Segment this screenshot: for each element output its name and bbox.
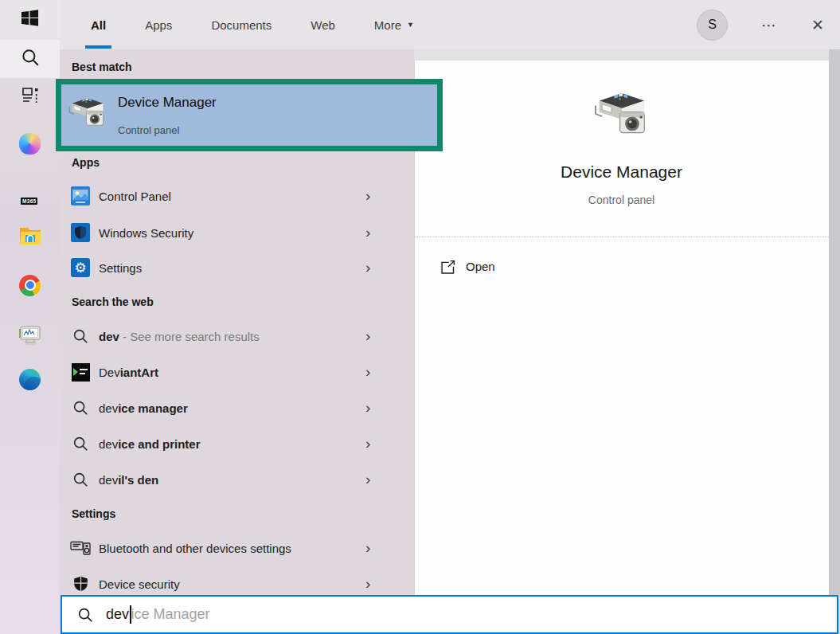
result-bluetooth-settings[interactable]: Bluetooth and other devices settings › bbox=[60, 530, 414, 566]
chevron-right-icon[interactable]: › bbox=[365, 435, 370, 452]
tab-web[interactable]: Web bbox=[305, 0, 341, 49]
search-icon bbox=[70, 397, 91, 418]
m365-badge: M365 bbox=[21, 198, 37, 205]
search-input[interactable]: device Manager bbox=[61, 595, 838, 634]
section-settings: Settings bbox=[72, 507, 115, 520]
copilot-icon bbox=[19, 133, 41, 155]
close-icon[interactable]: ✕ bbox=[811, 16, 824, 34]
edge-icon bbox=[19, 369, 41, 390]
section-best-match: Best match bbox=[72, 61, 131, 73]
chevron-right-icon[interactable]: › bbox=[365, 187, 370, 205]
chevron-right-icon[interactable]: › bbox=[365, 259, 370, 276]
search-icon bbox=[70, 433, 91, 454]
tab-apps[interactable]: Apps bbox=[139, 0, 178, 49]
preview-title: Device Manager bbox=[414, 162, 829, 182]
m365-copilot-button[interactable]: M365 bbox=[0, 170, 60, 212]
settings-icon: ⚙ bbox=[70, 257, 91, 278]
divider bbox=[414, 237, 829, 237]
search-header: All Apps Documents Web More ▼ S ⋯ ✕ bbox=[60, 0, 840, 49]
device-manager-icon bbox=[67, 94, 108, 134]
chrome-button[interactable] bbox=[0, 266, 60, 304]
task-manager-icon bbox=[18, 324, 42, 349]
web-suggestion-dev[interactable]: dev - See more search results › bbox=[60, 319, 414, 354]
best-match-title[interactable]: Device Manager bbox=[118, 95, 217, 111]
web-suggestion-device-manager[interactable]: device manager › bbox=[60, 390, 414, 425]
chevron-right-icon[interactable]: › bbox=[365, 327, 370, 345]
file-explorer-button[interactable] bbox=[0, 217, 60, 256]
chevron-right-icon[interactable]: › bbox=[365, 399, 370, 417]
device-manager-icon bbox=[591, 88, 653, 143]
chevron-right-icon[interactable]: › bbox=[365, 575, 370, 593]
best-match-subtitle: Control panel bbox=[118, 124, 179, 136]
search-icon bbox=[70, 326, 91, 346]
chevron-down-icon: ▼ bbox=[407, 21, 414, 29]
tab-more[interactable]: More ▼ bbox=[369, 0, 420, 49]
bluetooth-devices-icon bbox=[70, 538, 91, 558]
preview-subtitle: Control panel bbox=[414, 194, 829, 206]
control-panel-icon bbox=[70, 186, 91, 206]
open-external-icon bbox=[440, 259, 456, 279]
search-icon bbox=[70, 469, 91, 490]
windows-security-icon bbox=[70, 222, 91, 243]
result-windows-security[interactable]: Windows Security › bbox=[60, 215, 414, 250]
windows-logo-icon bbox=[21, 9, 39, 30]
result-settings[interactable]: ⚙ Settings › bbox=[60, 250, 414, 285]
chrome-icon bbox=[19, 275, 41, 296]
task-view-icon bbox=[20, 85, 41, 109]
search-icon bbox=[76, 606, 94, 624]
tab-documents[interactable]: Documents bbox=[205, 0, 277, 49]
panel-gap bbox=[414, 49, 840, 61]
deviantart-icon bbox=[70, 362, 91, 382]
web-suggestion-device-and-printer[interactable]: device and printer › bbox=[60, 426, 414, 461]
search-button[interactable] bbox=[0, 40, 60, 78]
start-button[interactable] bbox=[0, 0, 60, 38]
file-explorer-icon bbox=[19, 225, 41, 249]
right-margin-strip bbox=[829, 49, 840, 595]
typed-query: dev bbox=[106, 606, 129, 623]
web-suggestion-devils-den[interactable]: devil's den › bbox=[60, 462, 414, 497]
chevron-right-icon[interactable]: › bbox=[365, 539, 370, 557]
chevron-right-icon[interactable]: › bbox=[365, 363, 370, 381]
task-manager-button[interactable] bbox=[0, 317, 60, 355]
search-icon bbox=[20, 47, 41, 71]
best-match-annotation-box bbox=[56, 79, 443, 151]
avatar[interactable]: S bbox=[697, 10, 728, 41]
options-icon[interactable]: ⋯ bbox=[761, 16, 778, 34]
section-search-web: Search the web bbox=[72, 295, 154, 308]
tab-all[interactable]: All bbox=[85, 0, 111, 49]
chevron-right-icon[interactable]: › bbox=[365, 224, 370, 241]
chevron-right-icon[interactable]: › bbox=[365, 471, 370, 488]
web-suggestion-deviantart[interactable]: DeviantArt › bbox=[60, 354, 414, 389]
result-control-panel[interactable]: Control Panel › bbox=[60, 178, 414, 213]
m365-copilot-icon: M365 bbox=[18, 178, 41, 205]
device-security-icon bbox=[70, 573, 91, 594]
filter-tabs: All Apps Documents Web More ▼ bbox=[85, 0, 420, 49]
taskbar: M365 bbox=[0, 0, 60, 634]
edge-button[interactable] bbox=[0, 360, 60, 398]
open-action[interactable]: Open bbox=[430, 253, 812, 282]
section-apps: Apps bbox=[72, 156, 100, 169]
inline-suggestion: ice Manager bbox=[131, 606, 210, 623]
copilot-button[interactable] bbox=[0, 124, 60, 162]
active-tab-underline bbox=[85, 45, 111, 49]
task-view-button[interactable] bbox=[0, 78, 60, 116]
